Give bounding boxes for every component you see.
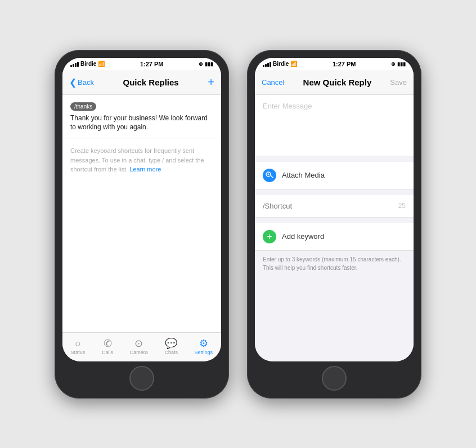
status-left-2: Birdie 📶 [263, 61, 297, 67]
battery-icon-2: ▮▮▮ [397, 61, 406, 67]
message-field[interactable] [255, 95, 414, 156]
tab-settings[interactable]: ⚙ Settings [195, 338, 213, 355]
carrier-2: Birdie [273, 61, 289, 67]
keyword-hint: Enter up to 3 keywords (maximum 15 chara… [255, 251, 414, 277]
back-label-1: Back [78, 78, 94, 87]
tab-bar-1: ○ Status ✆ Calls ⊙ Camera 💬 Chats ⚙ S [62, 332, 221, 361]
wifi-icon-2: 📶 [290, 61, 297, 67]
tab-settings-label: Settings [195, 350, 213, 355]
battery-icon-1: ▮▮▮ [205, 61, 213, 67]
tab-status[interactable]: ○ Status [71, 338, 86, 355]
tab-status-label: Status [71, 350, 86, 355]
back-button-1[interactable]: ❮ Back [69, 77, 94, 88]
attach-media-icon [263, 169, 276, 182]
shortcut-input[interactable] [263, 202, 398, 210]
form-content: Attach Media 25 + Add keyword Enter up t… [255, 95, 414, 361]
tab-chats-label: Chats [164, 350, 178, 355]
add-keyword-label: Add keyword [282, 232, 324, 241]
phone-1-screen: Birdie 📶 1:27 PM ⊕ ▮▮▮ ❮ Back Quick Repl… [62, 58, 221, 361]
scene: Birdie 📶 1:27 PM ⊕ ▮▮▮ ❮ Back Quick Repl… [32, 28, 444, 421]
svg-point-1 [268, 173, 270, 175]
nav-title-2: New Quick Reply [303, 78, 372, 87]
nav-bar-1: ❮ Back Quick Replies + [62, 70, 221, 95]
shortcut-char-count: 25 [398, 202, 406, 210]
qr-message: Thank you for your business! We look for… [70, 114, 213, 133]
qr-tag: /thanks [70, 102, 96, 111]
separator-2 [255, 189, 414, 195]
nav-title-1: Quick Replies [123, 78, 179, 87]
save-button[interactable]: Save [390, 78, 407, 87]
add-keyword-row[interactable]: + Add keyword [255, 223, 414, 251]
camera-icon: ⊙ [134, 338, 143, 349]
add-keyword-icon: + [263, 230, 276, 243]
phone-2-screen: Birdie 📶 1:27 PM ⊕ ▮▮▮ Cancel New Quick … [255, 58, 414, 361]
learn-more-link[interactable]: Learn more [129, 166, 161, 173]
tab-camera-label: Camera [130, 350, 148, 355]
status-bar-2: Birdie 📶 1:27 PM ⊕ ▮▮▮ [255, 58, 414, 70]
signal-bars-1 [70, 61, 79, 67]
shortcut-field[interactable]: 25 [255, 195, 414, 218]
attach-media-label: Attach Media [282, 171, 325, 179]
chevron-left-icon-1: ❮ [69, 77, 77, 88]
tab-camera[interactable]: ⊙ Camera [130, 338, 148, 355]
qr-list-item[interactable]: /thanks Thank you for your business! We … [62, 95, 221, 139]
charging-icon-2: ⊕ [391, 61, 396, 67]
status-right-2: ⊕ ▮▮▮ [391, 61, 406, 67]
carrier-1: Birdie [80, 61, 96, 67]
home-button-1[interactable] [129, 366, 154, 391]
status-right-1: ⊕ ▮▮▮ [199, 61, 213, 67]
tab-chats[interactable]: 💬 Chats [164, 338, 178, 355]
status-bar-1: Birdie 📶 1:27 PM ⊕ ▮▮▮ [62, 58, 221, 70]
screen-content-1: /thanks Thank you for your business! We … [62, 95, 221, 332]
time-2: 1:27 PM [333, 61, 356, 67]
calls-icon: ✆ [104, 338, 112, 349]
status-icon: ○ [75, 338, 81, 349]
separator-1 [255, 156, 414, 162]
qr-hint: Create keyboard shortcuts for frequently… [62, 138, 221, 182]
wifi-icon-1: 📶 [98, 61, 105, 67]
time-1: 1:27 PM [140, 61, 164, 67]
chats-icon: 💬 [165, 338, 177, 349]
separator-3 [255, 218, 414, 223]
attach-media-row[interactable]: Attach Media [255, 162, 414, 189]
phone-2: Birdie 📶 1:27 PM ⊕ ▮▮▮ Cancel New Quick … [247, 50, 421, 399]
cancel-button[interactable]: Cancel [262, 78, 284, 87]
message-input[interactable] [263, 102, 406, 147]
tab-calls[interactable]: ✆ Calls [102, 338, 113, 355]
add-button-1[interactable]: + [208, 76, 214, 89]
signal-bars-2 [263, 61, 271, 67]
nav-bar-2: Cancel New Quick Reply Save [255, 70, 414, 95]
phone-1: Birdie 📶 1:27 PM ⊕ ▮▮▮ ❮ Back Quick Repl… [55, 50, 229, 399]
charging-icon-1: ⊕ [199, 61, 203, 67]
settings-icon: ⚙ [199, 338, 208, 349]
status-left-1: Birdie 📶 [70, 61, 105, 67]
home-button-2[interactable] [322, 366, 347, 391]
tab-calls-label: Calls [102, 350, 113, 355]
